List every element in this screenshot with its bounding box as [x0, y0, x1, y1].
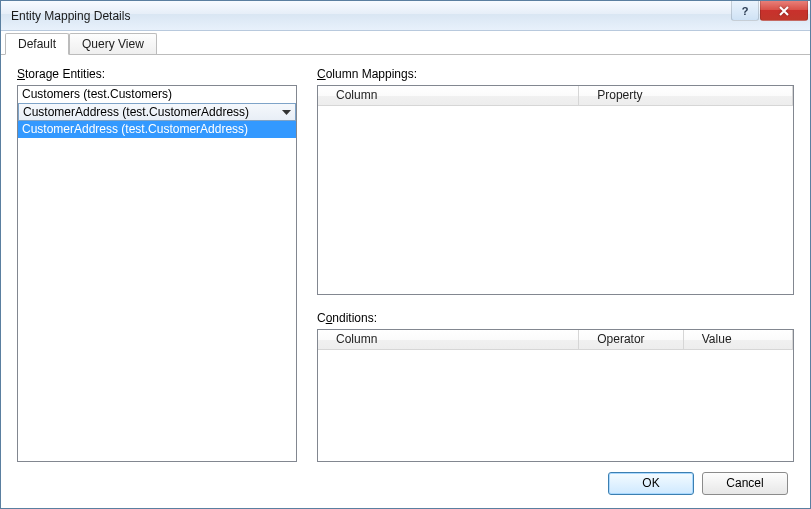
help-button[interactable]: ? [731, 1, 759, 21]
column-mappings-header: Column Property [318, 86, 793, 106]
conditions-grid[interactable]: Column Operator Value [317, 329, 794, 462]
dialog-footer: OK Cancel [17, 462, 794, 498]
list-item-selected[interactable]: CustomerAddress (test.CustomerAddress) [18, 121, 296, 138]
column-mappings-grid[interactable]: Column Property [317, 85, 794, 295]
window-title: Entity Mapping Details [11, 9, 130, 23]
tab-query-view[interactable]: Query View [69, 33, 157, 54]
column-header-property[interactable]: Property [579, 86, 793, 105]
window-controls: ? [730, 1, 808, 21]
tab-default-label: Default [18, 37, 56, 51]
tab-query-view-label: Query View [82, 37, 144, 51]
titlebar: Entity Mapping Details ? [1, 1, 810, 31]
column-header-operator[interactable]: Operator [579, 330, 684, 349]
conditions-body [318, 350, 793, 461]
dialog-window: Entity Mapping Details ? Default Query V… [0, 0, 811, 509]
conditions-header: Column Operator Value [318, 330, 793, 350]
columns-layout: Storage Entities: Customers (test.Custom… [17, 67, 794, 462]
ok-button[interactable]: OK [608, 472, 694, 495]
column-header-column[interactable]: Column [318, 86, 579, 105]
storage-entities-section: Storage Entities: Customers (test.Custom… [17, 67, 297, 462]
storage-entities-label: Storage Entities: [17, 67, 297, 81]
right-column: Column Mappings: Column Property [317, 67, 794, 462]
column-header-column[interactable]: Column [318, 330, 579, 349]
storage-entities-list[interactable]: Customers (test.Customers) CustomerAddre… [17, 85, 297, 462]
client-area: Storage Entities: Customers (test.Custom… [1, 55, 810, 508]
list-item-label: CustomerAddress (test.CustomerAddress) [23, 104, 249, 121]
column-header-value[interactable]: Value [684, 330, 793, 349]
chevron-down-icon[interactable] [279, 104, 293, 121]
tab-default[interactable]: Default [5, 33, 69, 55]
cancel-button-label: Cancel [726, 476, 763, 490]
column-mappings-label: Column Mappings: [317, 67, 794, 81]
list-item[interactable]: Customers (test.Customers) [18, 86, 296, 103]
close-button[interactable] [760, 1, 808, 21]
help-icon: ? [742, 5, 749, 17]
cancel-button[interactable]: Cancel [702, 472, 788, 495]
list-item-label: CustomerAddress (test.CustomerAddress) [22, 122, 248, 136]
list-item-label: Customers (test.Customers) [22, 87, 172, 101]
tabstrip: Default Query View [1, 31, 810, 55]
conditions-label: Conditions: [317, 311, 794, 325]
column-mappings-body [318, 106, 793, 294]
ok-button-label: OK [642, 476, 659, 490]
close-icon [778, 6, 790, 16]
list-item-combo[interactable]: CustomerAddress (test.CustomerAddress) [18, 103, 296, 121]
